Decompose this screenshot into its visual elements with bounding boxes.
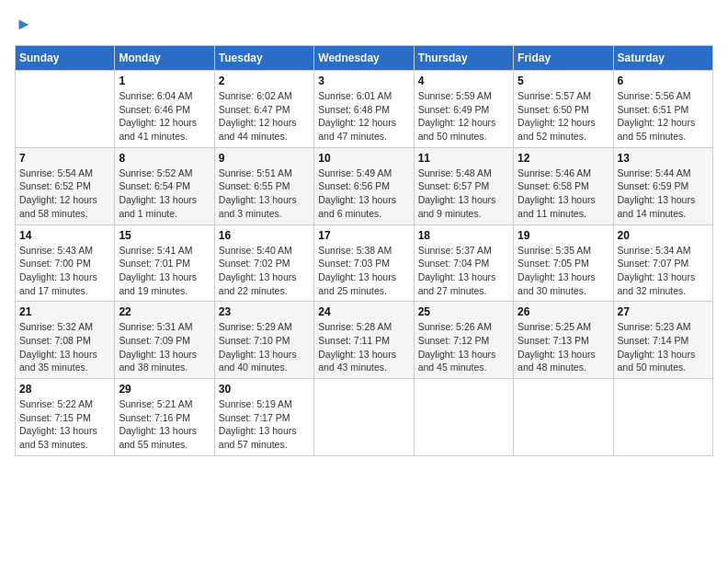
day-info: Sunrise: 5:43 AM Sunset: 7:00 PM Dayligh…	[19, 244, 110, 298]
day-info: Sunrise: 5:48 AM Sunset: 6:57 PM Dayligh…	[418, 167, 509, 221]
day-info: Sunrise: 6:04 AM Sunset: 6:46 PM Dayligh…	[119, 89, 210, 144]
day-info: Sunrise: 6:01 AM Sunset: 6:48 PM Dayligh…	[318, 89, 409, 144]
day-info: Sunrise: 5:54 AM Sunset: 6:52 PM Dayligh…	[19, 167, 110, 221]
calendar-cell	[514, 379, 613, 456]
day-number: 7	[19, 152, 110, 165]
calendar-week-row: 7Sunrise: 5:54 AM Sunset: 6:52 PM Daylig…	[16, 147, 713, 224]
calendar-cell: 26Sunrise: 5:25 AM Sunset: 7:13 PM Dayli…	[514, 302, 613, 379]
day-number: 26	[518, 305, 609, 318]
calendar-cell: 21Sunrise: 5:32 AM Sunset: 7:08 PM Dayli…	[16, 302, 115, 379]
day-number: 17	[318, 229, 409, 242]
day-number: 25	[418, 305, 509, 318]
calendar-cell: 7Sunrise: 5:54 AM Sunset: 6:52 PM Daylig…	[16, 147, 115, 224]
day-number: 1	[119, 75, 210, 87]
day-number: 24	[318, 305, 409, 318]
calendar-cell: 17Sunrise: 5:38 AM Sunset: 7:03 PM Dayli…	[314, 224, 414, 302]
day-info: Sunrise: 5:23 AM Sunset: 7:14 PM Dayligh…	[618, 320, 709, 374]
column-header-monday: Monday	[115, 46, 214, 71]
calendar-cell	[16, 71, 115, 148]
calendar-cell: 23Sunrise: 5:29 AM Sunset: 7:10 PM Dayli…	[214, 302, 313, 379]
day-number: 20	[618, 229, 709, 242]
day-info: Sunrise: 5:25 AM Sunset: 7:13 PM Dayligh…	[518, 320, 609, 374]
day-number: 23	[219, 305, 310, 318]
day-info: Sunrise: 5:32 AM Sunset: 7:08 PM Dayligh…	[19, 320, 110, 374]
calendar-cell: 12Sunrise: 5:46 AM Sunset: 6:58 PM Dayli…	[514, 147, 613, 224]
day-number: 5	[518, 75, 609, 87]
day-number: 28	[19, 383, 110, 396]
day-info: Sunrise: 5:57 AM Sunset: 6:50 PM Dayligh…	[518, 89, 609, 144]
calendar-header-row: SundayMondayTuesdayWednesdayThursdayFrid…	[16, 46, 713, 71]
calendar-cell: 5Sunrise: 5:57 AM Sunset: 6:50 PM Daylig…	[514, 71, 613, 148]
day-info: Sunrise: 5:19 AM Sunset: 7:17 PM Dayligh…	[219, 397, 310, 452]
day-number: 27	[618, 305, 709, 318]
calendar-cell: 15Sunrise: 5:41 AM Sunset: 7:01 PM Dayli…	[115, 224, 214, 302]
day-info: Sunrise: 5:59 AM Sunset: 6:49 PM Dayligh…	[418, 89, 509, 144]
day-number: 16	[219, 229, 310, 242]
logo: ►	[15, 15, 32, 34]
day-info: Sunrise: 5:26 AM Sunset: 7:12 PM Dayligh…	[418, 320, 509, 374]
calendar-cell: 30Sunrise: 5:19 AM Sunset: 7:17 PM Dayli…	[214, 379, 313, 456]
day-info: Sunrise: 5:31 AM Sunset: 7:09 PM Dayligh…	[119, 320, 210, 374]
day-number: 3	[318, 75, 409, 87]
calendar-week-row: 14Sunrise: 5:43 AM Sunset: 7:00 PM Dayli…	[16, 224, 713, 302]
calendar-cell	[613, 379, 712, 456]
column-header-saturday: Saturday	[613, 46, 712, 71]
day-number: 21	[19, 305, 110, 318]
day-info: Sunrise: 5:40 AM Sunset: 7:02 PM Dayligh…	[219, 244, 310, 298]
day-info: Sunrise: 5:38 AM Sunset: 7:03 PM Dayligh…	[318, 244, 409, 298]
calendar-cell: 24Sunrise: 5:28 AM Sunset: 7:11 PM Dayli…	[314, 302, 414, 379]
calendar-cell: 8Sunrise: 5:52 AM Sunset: 6:54 PM Daylig…	[115, 147, 214, 224]
day-info: Sunrise: 5:34 AM Sunset: 7:07 PM Dayligh…	[618, 244, 709, 298]
calendar-cell	[314, 379, 414, 456]
day-number: 8	[119, 152, 210, 165]
calendar-cell: 2Sunrise: 6:02 AM Sunset: 6:47 PM Daylig…	[214, 71, 313, 148]
day-number: 6	[618, 75, 709, 87]
calendar-cell: 22Sunrise: 5:31 AM Sunset: 7:09 PM Dayli…	[115, 302, 214, 379]
day-info: Sunrise: 5:22 AM Sunset: 7:15 PM Dayligh…	[19, 397, 110, 452]
logo-arrow-icon: ►	[16, 15, 32, 34]
calendar-table: SundayMondayTuesdayWednesdayThursdayFrid…	[15, 45, 713, 456]
day-number: 30	[219, 383, 310, 396]
calendar-cell: 29Sunrise: 5:21 AM Sunset: 7:16 PM Dayli…	[115, 379, 214, 456]
day-info: Sunrise: 6:02 AM Sunset: 6:47 PM Dayligh…	[219, 89, 310, 144]
day-number: 14	[19, 229, 110, 242]
day-number: 10	[318, 152, 409, 165]
day-info: Sunrise: 5:56 AM Sunset: 6:51 PM Dayligh…	[618, 89, 709, 144]
calendar-cell: 27Sunrise: 5:23 AM Sunset: 7:14 PM Dayli…	[613, 302, 712, 379]
calendar-cell: 18Sunrise: 5:37 AM Sunset: 7:04 PM Dayli…	[414, 224, 513, 302]
column-header-sunday: Sunday	[16, 46, 115, 71]
day-number: 11	[418, 152, 509, 165]
calendar-week-row: 21Sunrise: 5:32 AM Sunset: 7:08 PM Dayli…	[16, 302, 713, 379]
day-info: Sunrise: 5:46 AM Sunset: 6:58 PM Dayligh…	[518, 167, 609, 221]
day-number: 12	[518, 152, 609, 165]
day-number: 19	[518, 229, 609, 242]
day-info: Sunrise: 5:37 AM Sunset: 7:04 PM Dayligh…	[418, 244, 509, 298]
column-header-friday: Friday	[514, 46, 613, 71]
calendar-cell: 14Sunrise: 5:43 AM Sunset: 7:00 PM Dayli…	[16, 224, 115, 302]
calendar-cell: 20Sunrise: 5:34 AM Sunset: 7:07 PM Dayli…	[613, 224, 712, 302]
page-header: ►	[15, 15, 713, 34]
day-number: 13	[618, 152, 709, 165]
day-info: Sunrise: 5:51 AM Sunset: 6:55 PM Dayligh…	[219, 167, 310, 221]
calendar-cell: 13Sunrise: 5:44 AM Sunset: 6:59 PM Dayli…	[613, 147, 712, 224]
calendar-cell: 16Sunrise: 5:40 AM Sunset: 7:02 PM Dayli…	[214, 224, 313, 302]
calendar-cell: 19Sunrise: 5:35 AM Sunset: 7:05 PM Dayli…	[514, 224, 613, 302]
calendar-cell: 10Sunrise: 5:49 AM Sunset: 6:56 PM Dayli…	[314, 147, 414, 224]
day-info: Sunrise: 5:52 AM Sunset: 6:54 PM Dayligh…	[119, 167, 210, 221]
calendar-cell: 9Sunrise: 5:51 AM Sunset: 6:55 PM Daylig…	[214, 147, 313, 224]
calendar-cell: 1Sunrise: 6:04 AM Sunset: 6:46 PM Daylig…	[115, 71, 214, 148]
day-number: 22	[119, 305, 210, 318]
calendar-cell: 6Sunrise: 5:56 AM Sunset: 6:51 PM Daylig…	[613, 71, 712, 148]
day-info: Sunrise: 5:35 AM Sunset: 7:05 PM Dayligh…	[518, 244, 609, 298]
day-number: 4	[418, 75, 509, 87]
day-info: Sunrise: 5:44 AM Sunset: 6:59 PM Dayligh…	[618, 167, 709, 221]
day-info: Sunrise: 5:29 AM Sunset: 7:10 PM Dayligh…	[219, 320, 310, 374]
calendar-cell: 3Sunrise: 6:01 AM Sunset: 6:48 PM Daylig…	[314, 71, 414, 148]
day-number: 29	[119, 383, 210, 396]
calendar-week-row: 1Sunrise: 6:04 AM Sunset: 6:46 PM Daylig…	[16, 71, 713, 148]
day-number: 15	[119, 229, 210, 242]
day-info: Sunrise: 5:21 AM Sunset: 7:16 PM Dayligh…	[119, 397, 210, 452]
calendar-cell	[414, 379, 513, 456]
day-number: 18	[418, 229, 509, 242]
calendar-cell: 4Sunrise: 5:59 AM Sunset: 6:49 PM Daylig…	[414, 71, 513, 148]
